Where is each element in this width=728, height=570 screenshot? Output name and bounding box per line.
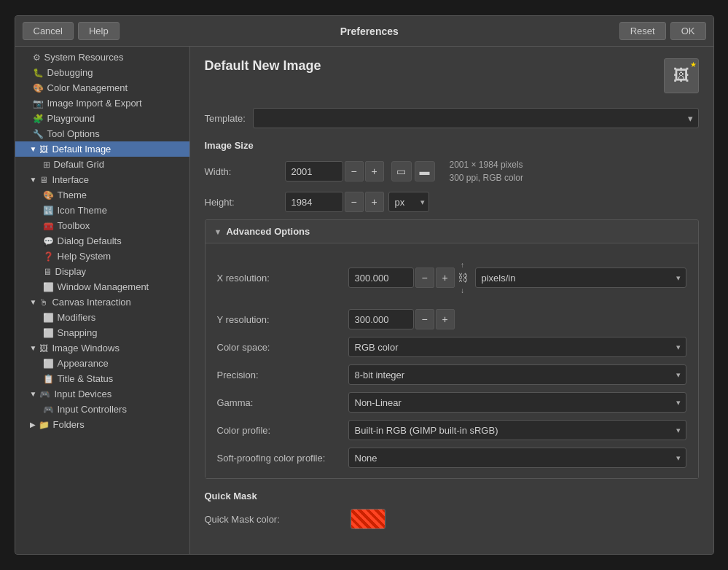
gamma-select-wrapper: Non-Linear Linear [348, 392, 686, 413]
playground-icon: 🧩 [33, 114, 44, 124]
sidebar-item-default-image[interactable]: ▼🖼Default Image [15, 141, 189, 157]
window-management-icon: ⬜ [43, 282, 54, 292]
sidebar-item-image-import-export[interactable]: 📷Image Import & Export [15, 95, 189, 111]
sidebar-item-label: Image Windows [52, 343, 119, 354]
sidebar-item-tool-options[interactable]: 🔧Tool Options [15, 126, 189, 141]
sidebar-item-label: System Resources [44, 52, 124, 63]
sidebar-item-color-management[interactable]: 🎨Color Management [15, 80, 189, 95]
sidebar-item-modifiers[interactable]: ⬜Modifiers [15, 310, 189, 325]
sidebar-item-canvas-interaction[interactable]: ▼🖱Canvas Interaction [15, 294, 189, 310]
unit-select[interactable]: px in mm [388, 192, 429, 212]
size-preview-line2: 300 ppi, RGB color [450, 171, 523, 184]
sidebar: ⚙System Resources🐛Debugging🎨Color Manage… [15, 47, 190, 554]
sidebar-item-default-grid[interactable]: ⊞Default Grid [15, 157, 189, 172]
width-input[interactable] [285, 161, 343, 181]
x-resolution-label: X resolution: [217, 273, 348, 284]
folders-icon: 📁 [39, 420, 50, 430]
sidebar-item-toolbox[interactable]: 🧰Toolbox [15, 218, 189, 233]
sidebar-item-label: Image Import & Export [47, 98, 142, 109]
sidebar-item-label: Title & Status [58, 373, 114, 384]
y-resolution-controls: − + [348, 309, 455, 329]
y-res-increment-button[interactable]: + [436, 309, 455, 329]
height-input[interactable] [285, 192, 343, 212]
preferences-dialog: Cancel Help Preferences Reset OK ⚙System… [15, 15, 714, 555]
sidebar-item-label: Display [55, 266, 87, 277]
link-chain-icon: ⛓ [458, 272, 468, 284]
title-status-icon: 📋 [43, 374, 54, 384]
template-select[interactable] [253, 108, 699, 128]
resolution-unit-select[interactable]: pixels/in pixels/mm [475, 268, 686, 288]
soft-proof-select[interactable]: None [348, 448, 686, 468]
color-profile-label: Color profile: [217, 425, 348, 436]
sidebar-item-label: Debugging [47, 67, 93, 78]
content-header: Default New Image 🖼 ★ [205, 58, 699, 93]
sidebar-item-label: Snapping [58, 327, 98, 338]
height-decrement-button[interactable]: − [345, 192, 364, 212]
main-area: ⚙System Resources🐛Debugging🎨Color Manage… [15, 47, 713, 554]
gamma-select[interactable]: Non-Linear Linear [348, 392, 686, 413]
tool-options-icon: 🔧 [33, 129, 44, 139]
sidebar-item-label: Modifiers [58, 312, 96, 323]
y-resolution-label: Y resolution: [217, 314, 348, 325]
x-resolution-input[interactable] [348, 268, 414, 288]
sidebar-item-folders[interactable]: ▶📁Folders [15, 417, 189, 432]
sidebar-item-image-windows[interactable]: ▼🖼Image Windows [15, 340, 189, 356]
x-res-decrement-button[interactable]: − [415, 268, 434, 288]
titlebar: Cancel Help Preferences Reset OK [15, 16, 713, 47]
ok-button[interactable]: OK [670, 22, 706, 40]
default-image-icon: 🖼 [39, 144, 48, 155]
page-title: Default New Image [205, 58, 321, 74]
sidebar-item-dialog-defaults[interactable]: 💬Dialog Defaults [15, 233, 189, 249]
y-resolution-input[interactable] [348, 309, 414, 329]
image-import-export-icon: 📷 [33, 98, 44, 109]
sidebar-item-help-system[interactable]: ❓Help System [15, 249, 189, 264]
gamma-row: Gamma: Non-Linear Linear [217, 392, 686, 413]
sidebar-item-label: Toolbox [58, 220, 90, 231]
sidebar-item-label: Input Devices [54, 389, 111, 399]
color-management-icon: 🎨 [33, 83, 44, 93]
color-profile-select[interactable]: Built-in RGB (GIMP built-in sRGB) [348, 420, 686, 440]
sidebar-item-debugging[interactable]: 🐛Debugging [15, 65, 189, 80]
x-resolution-row: X resolution: − + ↑ ⛓ ↓ [217, 254, 686, 302]
help-button[interactable]: Help [78, 22, 120, 40]
arrow-icon: ▶ [30, 421, 36, 429]
sidebar-item-label: Dialog Defaults [58, 235, 122, 246]
sidebar-item-appearance[interactable]: ⬜Appearance [15, 356, 189, 371]
arrow-icon: ▼ [30, 390, 37, 398]
sidebar-item-label: Default Grid [54, 159, 104, 170]
sidebar-item-title-status[interactable]: 📋Title & Status [15, 371, 189, 386]
soft-proof-label: Soft-proofing color profile: [217, 453, 348, 464]
cancel-button[interactable]: Cancel [23, 22, 74, 40]
color-space-row: Color space: RGB color Grayscale [217, 337, 686, 357]
quick-mask-color-swatch[interactable] [351, 509, 385, 529]
color-profile-select-wrapper: Built-in RGB (GIMP built-in sRGB) [348, 420, 686, 440]
sidebar-item-label: Tool Options [47, 128, 100, 139]
sidebar-item-icon-theme[interactable]: 🔣Icon Theme [15, 203, 189, 218]
sidebar-item-theme[interactable]: 🎨Theme [15, 187, 189, 203]
advanced-options-label: Advanced Options [226, 226, 310, 237]
sidebar-item-snapping[interactable]: ⬜Snapping [15, 325, 189, 340]
landscape-button[interactable]: ▬ [415, 161, 435, 181]
sidebar-item-input-devices[interactable]: ▼🎮Input Devices [15, 386, 189, 402]
sidebar-item-window-management[interactable]: ⬜Window Management [15, 279, 189, 294]
width-decrement-button[interactable]: − [345, 161, 364, 181]
size-preview-line1: 2001 × 1984 pixels [450, 158, 523, 171]
height-increment-button[interactable]: + [365, 192, 384, 212]
width-increment-button[interactable]: + [365, 161, 384, 181]
y-res-decrement-button[interactable]: − [415, 309, 434, 329]
precision-select[interactable]: 8-bit integer 16-bit integer 32-bit floa… [348, 364, 686, 385]
advanced-options-header[interactable]: ▼ Advanced Options [206, 220, 698, 243]
sidebar-item-interface[interactable]: ▼🖥Interface [15, 172, 189, 187]
sidebar-item-playground[interactable]: 🧩Playground [15, 111, 189, 126]
sidebar-item-input-controllers[interactable]: 🎮Input Controllers [15, 402, 189, 417]
display-icon: 🖥 [43, 267, 52, 277]
sidebar-item-display[interactable]: 🖥Display [15, 264, 189, 279]
input-controllers-icon: 🎮 [43, 405, 54, 415]
color-space-select[interactable]: RGB color Grayscale [348, 337, 686, 357]
x-res-increment-button[interactable]: + [436, 268, 455, 288]
sidebar-item-system-resources[interactable]: ⚙System Resources [15, 50, 189, 65]
precision-select-wrapper: 8-bit integer 16-bit integer 32-bit floa… [348, 364, 686, 385]
dialog-title: Preferences [124, 26, 615, 37]
portrait-button[interactable]: ▭ [391, 161, 412, 181]
reset-button[interactable]: Reset [619, 22, 666, 40]
